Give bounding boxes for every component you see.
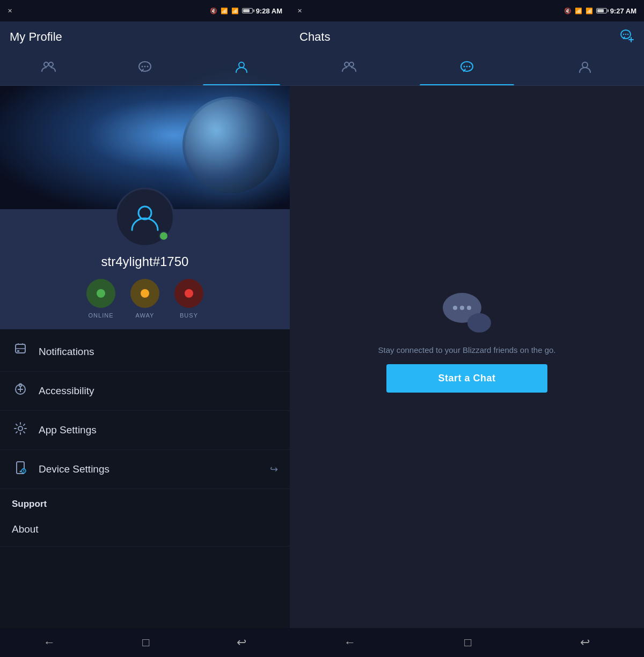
status-row: ONLINE AWAY BUSY [86, 279, 203, 319]
tab-profile-right[interactable] [526, 53, 644, 85]
back-button-left[interactable]: ← [33, 631, 66, 654]
device-settings-menu-item[interactable]: Device Settings ↪ [0, 450, 290, 489]
online-label: ONLINE [89, 312, 114, 319]
tab-profile-left[interactable] [193, 53, 290, 85]
svg-point-30 [582, 62, 588, 68]
hero-planet [182, 97, 279, 193]
profile-icon-left [234, 60, 249, 78]
chats-icon-left [137, 60, 152, 78]
chats-empty-state: Stay connected to your Blizzard friends … [290, 86, 644, 628]
right-app-header: Chats [290, 21, 644, 53]
friends-icon-left [41, 60, 56, 78]
online-dot [97, 289, 105, 298]
away-circle [130, 279, 159, 308]
accessibility-menu-item[interactable]: Accessibility [0, 372, 290, 411]
home-button-right[interactable]: □ [453, 631, 482, 654]
profile-icon-right [577, 60, 592, 78]
status-online-btn[interactable]: ONLINE [86, 279, 115, 319]
recents-button-right[interactable]: ↩ [569, 631, 601, 654]
back-button-right[interactable]: ← [333, 631, 367, 654]
svg-point-4 [144, 66, 146, 68]
online-status-dot [159, 231, 169, 241]
tab-chats-right[interactable] [408, 53, 526, 85]
wifi-icon-left: 📶 [221, 8, 228, 14]
device-settings-extra: ↪ [270, 463, 278, 475]
signal-icon-right: 📶 [586, 8, 593, 14]
svg-point-14 [18, 426, 23, 431]
device-settings-label: Device Settings [39, 463, 109, 475]
bubble-dots [453, 306, 471, 310]
support-section-header: Support [0, 489, 290, 513]
notifications-menu-item[interactable]: Notifications [0, 333, 290, 372]
busy-label: BUSY [180, 312, 198, 319]
left-panel: ✕ 🔇 📶 📶 9:28 AM My Profile [0, 0, 290, 657]
tab-chats-left[interactable] [97, 53, 193, 85]
svg-point-29 [469, 66, 471, 68]
svg-point-24 [345, 62, 349, 67]
away-label: AWAY [136, 312, 155, 319]
app-settings-menu-item[interactable]: App Settings [0, 411, 290, 450]
svg-point-16 [20, 471, 21, 473]
avatar [115, 188, 174, 247]
app-icon-left: ✕ [8, 8, 12, 14]
accessibility-label: Accessibility [39, 385, 94, 397]
svg-point-7 [138, 206, 151, 219]
about-label: About [12, 523, 39, 535]
app-icon-right: ✕ [297, 8, 302, 14]
right-tab-bar [290, 53, 644, 86]
recents-button-left[interactable]: ↩ [226, 631, 257, 654]
svg-point-25 [349, 62, 354, 67]
svg-point-5 [147, 66, 149, 68]
tab-friends-right[interactable] [290, 53, 408, 85]
chats-icon-right [459, 60, 474, 78]
bubble-dot-2 [460, 306, 464, 310]
menu-section: Notifications Accessibility App Settin [0, 329, 290, 628]
friends-icon-right [341, 60, 356, 78]
status-busy-btn[interactable]: BUSY [174, 279, 203, 319]
right-bottom-nav: ← □ ↩ [290, 628, 644, 657]
svg-point-6 [239, 62, 244, 68]
avatar-svg [129, 201, 161, 233]
left-header-title: My Profile [10, 30, 280, 44]
busy-circle [174, 279, 203, 308]
mute-icon-left: 🔇 [210, 8, 217, 14]
home-button-left[interactable]: □ [131, 631, 160, 654]
notifications-icon [12, 343, 29, 360]
away-dot [141, 289, 149, 298]
svg-point-1 [49, 62, 53, 67]
online-circle [86, 279, 115, 308]
wifi-icon-right: 📶 [575, 8, 582, 14]
about-menu-item[interactable]: About [0, 513, 290, 547]
svg-rect-9 [17, 350, 19, 352]
left-bottom-nav: ← □ ↩ [0, 628, 290, 657]
accessibility-icon [12, 382, 29, 400]
right-header-title: Chats [299, 30, 619, 44]
start-chat-button[interactable]: Start a Chat [386, 364, 547, 393]
signal-icon-left: 📶 [231, 8, 239, 14]
time-right: 9:27 AM [610, 7, 636, 15]
right-status-bar: ✕ 🔇 📶 📶 9:27 AM [290, 0, 644, 21]
svg-point-21 [627, 34, 628, 35]
right-panel: ✕ 🔇 📶 📶 9:27 AM Chats [290, 0, 644, 657]
time-left: 9:28 AM [256, 7, 282, 15]
device-settings-icon [12, 461, 29, 478]
status-away-btn[interactable]: AWAY [130, 279, 159, 319]
svg-point-19 [623, 34, 624, 35]
bubble-secondary [467, 313, 491, 333]
tab-friends-left[interactable] [0, 53, 97, 85]
left-app-header: My Profile [0, 21, 290, 53]
chats-description: Stay connected to your Blizzard friends … [362, 345, 572, 355]
app-settings-label: App Settings [39, 424, 97, 436]
svg-point-28 [466, 66, 468, 68]
svg-point-27 [464, 66, 465, 68]
username: str4ylight#1750 [101, 254, 189, 269]
app-settings-icon [12, 422, 29, 439]
left-tab-bar [0, 53, 290, 86]
svg-point-0 [44, 62, 48, 67]
battery-icon-right [596, 8, 607, 13]
avatar-area: str4ylight#1750 ONLINE AWAY BUSY [0, 209, 290, 329]
add-chat-icon[interactable] [619, 28, 634, 46]
battery-icon-left [242, 8, 253, 13]
left-status-bar: ✕ 🔇 📶 📶 9:28 AM [0, 0, 290, 21]
chat-bubbles-icon [443, 290, 491, 333]
